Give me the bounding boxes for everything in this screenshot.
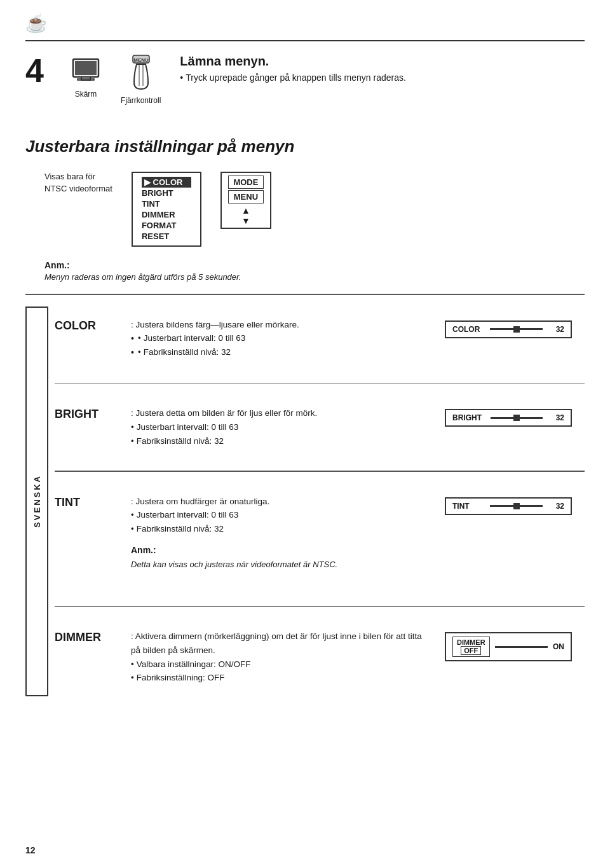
menu-item-reset: RESET bbox=[142, 231, 191, 242]
screen-device: Skärm bbox=[70, 54, 102, 99]
divider-after-tint bbox=[55, 606, 585, 607]
screen-icon bbox=[70, 54, 102, 86]
setting-desc-tint: : Justera om hudfärger är onaturliga. •J… bbox=[131, 495, 432, 583]
dimmer-toggle: DIMMER OFF ON bbox=[445, 632, 572, 661]
setting-desc-dimmer: : Aktivera dimmern (mörkerläggning) om d… bbox=[131, 630, 432, 684]
remote-icon: MENU bbox=[125, 54, 157, 92]
menu-item-color: COLOR bbox=[142, 177, 191, 188]
menu-item-format: FORMAT bbox=[142, 220, 191, 231]
mode-button: MODE bbox=[228, 176, 264, 189]
color-bullet-1: •Justerbart intervall: 0 till 63 bbox=[131, 331, 432, 345]
setting-visual-dimmer: DIMMER OFF ON bbox=[445, 630, 585, 661]
tint-bullet-2: •Fabriksinställd nivå: 32 bbox=[131, 522, 432, 536]
setting-row-bright: BRIGHT : Justera detta om bilden är för … bbox=[55, 395, 585, 459]
bright-slider-track bbox=[491, 417, 543, 419]
setting-visual-bright: BRIGHT 32 bbox=[445, 406, 585, 427]
coffee-icon: ☕ bbox=[25, 13, 48, 34]
tint-slider: TINT 32 bbox=[445, 497, 572, 515]
dimmer-label-bottom: OFF bbox=[461, 646, 481, 655]
section-heading: Justerbara inställningar på menyn bbox=[25, 137, 585, 156]
main-content: SVENSKA COLOR : Justera bildens färg—lju… bbox=[25, 307, 585, 696]
step-number: 4 bbox=[25, 54, 57, 87]
bright-slider: BRIGHT 32 bbox=[445, 409, 572, 427]
bright-bullet-2: •Fabriksinställd nivå: 32 bbox=[131, 434, 432, 448]
dimmer-label-top: DIMMER bbox=[457, 638, 485, 646]
color-bullet-2: •Fabriksinställd nivå: 32 bbox=[131, 345, 432, 359]
tint-slider-thumb bbox=[513, 503, 520, 509]
top-divider bbox=[25, 294, 585, 295]
menu-item-bright: BRIGHT bbox=[142, 188, 191, 198]
menu-item-dimmer: DIMMER bbox=[142, 209, 191, 220]
screen-label: Skärm bbox=[75, 90, 97, 99]
setting-key-dimmer: DIMMER bbox=[55, 630, 118, 644]
tint-note-title: Anm.: bbox=[131, 545, 156, 555]
color-slider: COLOR 32 bbox=[445, 320, 572, 338]
bright-bullet-1: •Justerbart intervall: 0 till 63 bbox=[131, 420, 432, 434]
setting-visual-tint: TINT 32 bbox=[445, 495, 585, 515]
tint-slider-track bbox=[490, 505, 543, 507]
top-header: ☕ bbox=[25, 13, 585, 41]
bright-slider-label: BRIGHT bbox=[452, 413, 482, 422]
setting-key-bright: BRIGHT bbox=[55, 406, 118, 421]
color-slider-label: COLOR bbox=[452, 325, 481, 334]
bright-slider-value: 32 bbox=[552, 413, 564, 422]
main-note-text: Menyn raderas om ingen åtgärd utförs på … bbox=[44, 272, 241, 282]
tint-slider-value: 32 bbox=[552, 502, 564, 511]
setting-row-dimmer: DIMMER : Aktivera dimmern (mörkerläggnin… bbox=[55, 618, 585, 696]
svenska-bar: SVENSKA bbox=[25, 307, 48, 696]
tint-note: Anm.: Detta kan visas och justeras när v… bbox=[131, 543, 432, 571]
setting-key-tint: TINT bbox=[55, 495, 118, 509]
mode-box: MODE MENU ▲ ▼ bbox=[220, 172, 271, 229]
remote-device: MENU Fjärrkontroll bbox=[121, 54, 161, 105]
step-text: Lämna menyn. • Tryck uprepade gånger på … bbox=[180, 54, 585, 83]
main-note: Anm.: Menyn raderas om ingen åtgärd utfö… bbox=[44, 259, 585, 282]
menu-label-line2: NTSC videoformat bbox=[44, 184, 112, 193]
setting-desc-bright: : Justera detta om bilden är för ljus el… bbox=[131, 406, 432, 448]
menu-item-tint: TINT bbox=[142, 198, 191, 209]
dimmer-label-box: DIMMER OFF bbox=[452, 637, 490, 657]
step-devices: Skärm MENU Fjärrkontroll bbox=[70, 54, 161, 105]
main-note-title: Anm.: bbox=[44, 260, 70, 270]
setting-desc-color: : Justera bildens färg—ljusare eller mör… bbox=[131, 318, 432, 360]
arrow-down-icon: ▼ bbox=[241, 216, 250, 225]
step-bullet: • bbox=[180, 72, 183, 83]
bright-slider-thumb bbox=[513, 415, 520, 421]
setting-row-tint: TINT : Justera om hudfärger är onaturlig… bbox=[55, 483, 585, 595]
divider-after-color bbox=[55, 383, 585, 384]
mode-arrows: ▲ ▼ bbox=[228, 206, 264, 225]
setting-visual-color: COLOR 32 bbox=[445, 318, 585, 338]
remote-label: Fjärrkontroll bbox=[121, 96, 161, 105]
tint-note-text: Detta kan visas och justeras när videofo… bbox=[131, 560, 337, 569]
tint-intro: : Justera om hudfärger är onaturliga. bbox=[131, 495, 432, 509]
step-subtitle: Tryck uprepade gånger på knappen tills m… bbox=[186, 72, 406, 83]
color-slider-track bbox=[490, 328, 543, 330]
tint-bullet-1: •Justerbart intervall: 0 till 63 bbox=[131, 508, 432, 522]
menu-items-box: COLOR BRIGHT TINT DIMMER FORMAT RESET bbox=[132, 172, 201, 247]
step-section: 4 Skärm MENU Fjärrkontroll bbox=[25, 54, 585, 118]
menu-display-area: Visas bara för NTSC videoformat COLOR BR… bbox=[25, 172, 585, 247]
dimmer-bullet-2: •Fabriksinställning: OFF bbox=[131, 671, 432, 685]
page-number: 12 bbox=[25, 845, 36, 855]
dimmer-bullet-1: •Valbara inställningar: ON/OFF bbox=[131, 658, 432, 672]
setting-key-color: COLOR bbox=[55, 318, 118, 333]
bright-intro: : Justera detta om bilden är för ljus el… bbox=[131, 406, 432, 420]
svg-rect-2 bbox=[75, 61, 97, 75]
settings-content: COLOR : Justera bildens färg—ljusare ell… bbox=[55, 307, 585, 696]
color-slider-thumb bbox=[513, 326, 520, 333]
setting-row-color: COLOR : Justera bildens färg—ljusare ell… bbox=[55, 307, 585, 371]
tint-slider-label: TINT bbox=[452, 502, 481, 511]
menu-button: MENU bbox=[228, 190, 264, 203]
step-title: Lämna menyn. bbox=[180, 54, 585, 69]
divider-after-bright bbox=[55, 471, 585, 472]
dimmer-intro: : Aktivera dimmern (mörkerläggning) om d… bbox=[131, 630, 432, 657]
menu-label-block: Visas bara för NTSC videoformat bbox=[44, 172, 112, 193]
color-slider-value: 32 bbox=[552, 325, 564, 334]
svg-text:MENU: MENU bbox=[133, 57, 149, 63]
svenska-label: SVENSKA bbox=[32, 474, 42, 528]
arrow-up-icon: ▲ bbox=[241, 206, 250, 215]
dimmer-on-label: ON bbox=[553, 642, 564, 651]
dimmer-track bbox=[495, 646, 548, 648]
color-intro: : Justera bildens färg—ljusare eller mör… bbox=[131, 318, 432, 332]
menu-label-line1: Visas bara för bbox=[44, 172, 95, 181]
